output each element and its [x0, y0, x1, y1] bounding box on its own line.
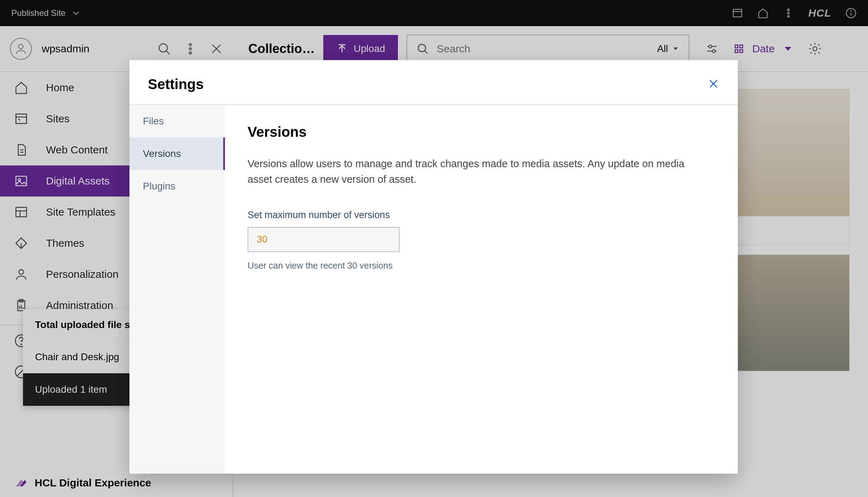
close-button[interactable]	[707, 78, 719, 91]
max-versions-help: User can view the recent 30 versions	[248, 261, 715, 271]
settings-modal: Settings Files Versions Plugins Versions…	[129, 60, 738, 474]
tab-files[interactable]: Files	[129, 105, 225, 138]
max-versions-input[interactable]	[248, 227, 400, 252]
versions-panel: Versions Versions allow users to manage …	[225, 105, 738, 474]
close-icon	[707, 78, 719, 90]
panel-description: Versions allow users to manage and track…	[248, 156, 707, 187]
max-versions-label: Set maximum number of versions	[248, 210, 715, 221]
tab-versions[interactable]: Versions	[129, 138, 225, 170]
settings-tabs: Files Versions Plugins	[129, 105, 225, 474]
tab-plugins[interactable]: Plugins	[129, 170, 225, 203]
panel-heading: Versions	[248, 124, 715, 140]
modal-title: Settings	[148, 76, 204, 92]
